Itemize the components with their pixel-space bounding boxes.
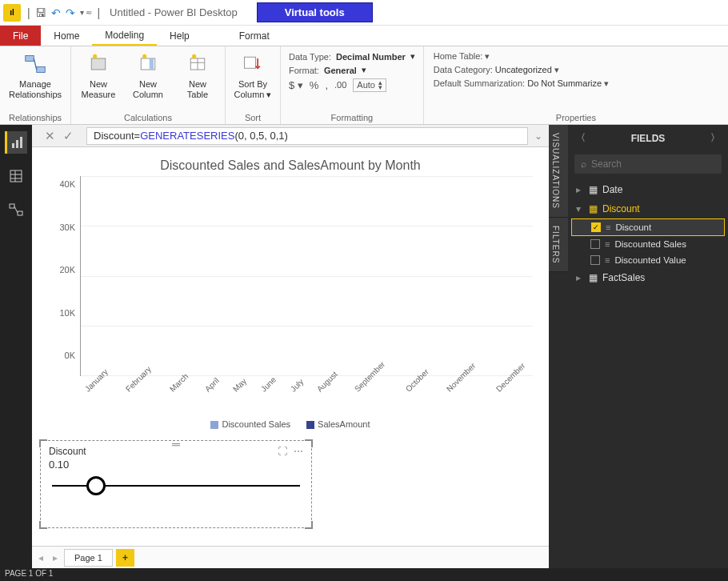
table-date[interactable]: ▸▦Date xyxy=(571,180,725,199)
ribbon: Manage Relationships Relationships New M… xyxy=(0,46,728,125)
search-input[interactable] xyxy=(591,158,715,170)
checkbox-icon[interactable] xyxy=(590,255,600,265)
svg-rect-15 xyxy=(20,137,22,148)
svg-rect-13 xyxy=(12,143,14,148)
field-icon: ≡ xyxy=(606,222,610,232)
format-value: General xyxy=(324,66,357,75)
grip-icon[interactable]: ═ xyxy=(172,438,180,451)
chart-title: Discounted Sales and SalesAmount by Mont… xyxy=(40,152,541,176)
slicer-value: 0.10 xyxy=(41,459,311,471)
slicer-handle[interactable] xyxy=(86,476,106,495)
measure-icon xyxy=(86,51,111,77)
save-icon[interactable]: 🖫 xyxy=(35,6,46,19)
qat-sep: | xyxy=(97,6,100,19)
percent-icon[interactable]: % xyxy=(310,79,319,91)
qat-dropdown-icon[interactable]: ▾ ≂ xyxy=(80,8,93,17)
focus-mode-icon[interactable]: ⛶ xyxy=(278,446,287,457)
data-category-dropdown[interactable]: Data Category: Uncategorized ▾ xyxy=(434,65,609,75)
fields-search[interactable]: ⌕ xyxy=(574,154,722,174)
filters-pane-tab[interactable]: FILTERS xyxy=(549,218,568,272)
relationships-icon xyxy=(22,51,48,77)
cancel-icon[interactable]: ✕ xyxy=(45,129,55,143)
slicer-visual[interactable]: ═ Discount ⛶ ⋯ 0.10 xyxy=(40,440,312,528)
quick-access-toolbar: | 🖫 ↶ ↷ ▾ ≂ | xyxy=(27,6,100,19)
ribbon-tabs: File Home Modeling Help Format xyxy=(0,26,728,46)
svg-rect-20 xyxy=(10,204,14,208)
new-measure-label: New Measure xyxy=(82,79,116,100)
chevron-down-icon: ▾ xyxy=(554,65,559,74)
slicer-track[interactable] xyxy=(52,485,300,487)
report-canvas[interactable]: Discounted Sales and SalesAmount by Mont… xyxy=(32,147,549,546)
decimal-icon[interactable]: .00 xyxy=(334,80,346,90)
svg-rect-6 xyxy=(150,58,154,70)
table-discount[interactable]: ▾▦Discount xyxy=(571,199,725,218)
virtual-tools-badge: Virtual tools xyxy=(257,2,373,22)
collapse-left-icon[interactable]: 〈 xyxy=(576,131,586,145)
svg-rect-16 xyxy=(10,170,22,182)
main-area: ✕ ✓ Discount = GENERATESERIES(0, 0,5, 0,… xyxy=(0,125,728,568)
collapse-right-icon[interactable]: 〉 xyxy=(710,131,720,145)
undo-icon[interactable]: ↶ xyxy=(51,6,61,19)
thousands-icon[interactable]: , xyxy=(325,79,328,91)
page-tab-1[interactable]: Page 1 xyxy=(64,549,113,567)
tab-modeling[interactable]: Modeling xyxy=(92,26,157,46)
new-column-button[interactable]: New Column xyxy=(126,48,170,100)
table-icon: ▦ xyxy=(589,203,598,214)
new-measure-button[interactable]: New Measure xyxy=(76,48,121,100)
tab-format[interactable]: Format xyxy=(226,26,282,46)
formula-expand-icon[interactable]: ⌄ xyxy=(528,130,549,142)
checkbox-checked-icon[interactable]: ✓ xyxy=(591,222,601,232)
data-view-icon[interactable] xyxy=(5,165,27,187)
table-factsales[interactable]: ▸▦FactSales xyxy=(571,268,725,287)
y-axis: 40K30K20K10K0K xyxy=(48,176,80,376)
ribbon-group-label: Properties xyxy=(429,111,723,124)
tab-file[interactable]: File xyxy=(0,26,41,46)
field-discounted-value[interactable]: ≡Discounted Value xyxy=(571,252,725,268)
svg-point-11 xyxy=(192,54,196,58)
page-next-icon[interactable]: ▸ xyxy=(50,552,61,563)
ribbon-group-label: Relationships xyxy=(5,111,66,124)
tab-home[interactable]: Home xyxy=(41,26,92,46)
add-page-button[interactable]: + xyxy=(116,549,134,567)
sort-by-column-button[interactable]: Sort By Column ▾ xyxy=(230,48,275,100)
formula-args: (0, 0,5, 0,1) xyxy=(234,130,287,142)
formula-eq: = xyxy=(134,130,141,142)
visualizations-pane-tab[interactable]: VISUALIZATIONS xyxy=(549,125,568,218)
x-axis: JanuaryFebruaryMarchAprilMayJuneJulyAugu… xyxy=(40,376,541,415)
status-bar: PAGE 1 OF 1 xyxy=(0,568,728,581)
ribbon-group-formatting: Data Type: Decimal Number ▾ Format: Gene… xyxy=(281,46,424,124)
more-options-icon[interactable]: ⋯ xyxy=(294,446,303,457)
chart-legend: Discounted SalesSalesAmount xyxy=(40,415,541,434)
page-prev-icon[interactable]: ◂ xyxy=(35,552,46,563)
chart-visual[interactable]: Discounted Sales and SalesAmount by Mont… xyxy=(40,152,541,434)
table-icon: ▦ xyxy=(589,184,598,195)
currency-icon[interactable]: $ ▾ xyxy=(289,79,303,91)
chevron-down-icon: ▾ xyxy=(410,51,415,62)
column-icon xyxy=(135,51,161,77)
svg-point-7 xyxy=(142,54,146,58)
svg-rect-14 xyxy=(16,140,18,148)
manage-relationships-button[interactable]: Manage Relationships xyxy=(5,48,66,100)
commit-icon[interactable]: ✓ xyxy=(63,129,74,143)
svg-point-4 xyxy=(93,54,97,58)
redo-icon[interactable]: ↷ xyxy=(66,6,75,19)
right-panes: VISUALIZATIONS FILTERS 〈 FIELDS 〉 ⌕ ▸▦Da… xyxy=(549,125,728,568)
tab-help[interactable]: Help xyxy=(157,26,202,46)
field-discounted-sales[interactable]: ≡Discounted Sales xyxy=(571,236,725,252)
ribbon-group-calculations: New Measure New Column New Table Calcula… xyxy=(71,46,226,124)
table-icon xyxy=(185,51,210,77)
format-dropdown[interactable]: Format: General ▾ xyxy=(289,65,415,75)
home-table-dropdown[interactable]: Home Table: ▾ xyxy=(434,51,609,62)
checkbox-icon[interactable] xyxy=(590,239,600,249)
svg-rect-0 xyxy=(26,56,34,62)
field-discount[interactable]: ✓≡Discount xyxy=(571,218,725,236)
report-view-icon[interactable] xyxy=(5,131,27,154)
datatype-dropdown[interactable]: Data Type: Decimal Number ▾ xyxy=(289,51,415,62)
view-nav xyxy=(0,125,32,568)
auto-decimals-stepper[interactable]: Auto▴▾ xyxy=(353,78,386,92)
default-summarization-dropdown[interactable]: Default Summarization: Do Not Summarize … xyxy=(434,78,609,89)
chevron-down-icon: ▾ xyxy=(604,78,609,88)
new-table-button[interactable]: New Table xyxy=(175,48,220,100)
formula-input[interactable]: Discount = GENERATESERIES(0, 0,5, 0,1) xyxy=(86,127,528,145)
model-view-icon[interactable] xyxy=(5,198,27,221)
